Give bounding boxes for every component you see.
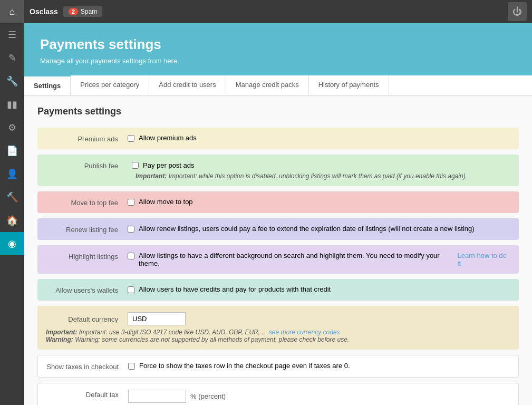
highlight-listings-label: Highlight listings <box>46 252 128 261</box>
see-more-currency-link[interactable]: see more currency codes <box>269 329 340 336</box>
move-to-top-content: Allow move to top <box>128 198 510 206</box>
sidebar-icon-tools[interactable]: 🔧 <box>0 70 24 93</box>
wallets-checkbox[interactable] <box>128 286 134 293</box>
tab-manage-credit-packs[interactable]: Manage credit packs <box>226 75 309 95</box>
move-to-top-checkbox[interactable] <box>128 199 134 206</box>
setting-show-taxes: Show taxes in checkout Force to show the… <box>37 355 519 378</box>
publish-fee-note: Important: Important: while this option … <box>46 172 467 180</box>
tab-settings[interactable]: Settings <box>24 75 71 95</box>
show-taxes-checkbox[interactable] <box>128 363 135 370</box>
sidebar: ⌂ ☰ ✎ 🔧 ▮▮ ⚙ 📄 👤 🔨 🏠 ◉ <box>0 0 24 405</box>
renew-listing-content: Allow renew listings, users could pay a … <box>128 225 510 233</box>
default-currency-input[interactable] <box>128 312 186 325</box>
sidebar-icon-user[interactable]: 👤 <box>0 162 24 186</box>
setting-default-tax: Default tax % (percent) <box>37 383 519 405</box>
header-banner: Payments settings Manage all your paymen… <box>24 23 532 75</box>
percent-label: % (percent) <box>190 392 226 400</box>
sidebar-icon-settings[interactable]: ⚙ <box>0 116 24 139</box>
default-tax-input[interactable] <box>128 390 186 403</box>
top-bar-left: Osclass 2 Spam <box>30 6 102 17</box>
page-header-title: Payments settings <box>40 36 516 53</box>
premium-ads-checkbox[interactable] <box>128 135 134 142</box>
tabs-bar: Settings Prices per category Add credit … <box>24 75 532 95</box>
move-to-top-checkbox-label: Allow move to top <box>139 198 193 206</box>
tab-add-credit-to-users[interactable]: Add credit to users <box>149 75 226 95</box>
highlight-learn-link[interactable]: Learn how to do it <box>458 252 510 267</box>
default-currency-label: Default currency <box>46 314 128 323</box>
sidebar-icon-chart[interactable]: ▮▮ <box>0 93 24 116</box>
currency-note-warning: Warning: Warning: some currencies are no… <box>46 336 349 343</box>
tab-history-of-payments[interactable]: History of payments <box>309 75 389 95</box>
setting-highlight-listings: Highlight listings Allow listings to hav… <box>37 245 519 274</box>
currency-notes: Important: Important: use 3-digit ISO 42… <box>46 329 349 343</box>
content-title: Payments settings <box>37 106 519 117</box>
wallets-checkbox-label: Allow users to have credits and pay for … <box>139 285 331 293</box>
power-button[interactable]: ⏻ <box>508 2 527 21</box>
premium-ads-checkbox-label: Allow premium ads <box>139 134 197 142</box>
default-tax-content: % (percent) <box>128 390 510 403</box>
spam-button[interactable]: 2 Spam <box>63 6 102 17</box>
page-header-subtitle: Manage all your payments settings from h… <box>40 57 516 65</box>
sidebar-icon-toggle[interactable]: ◉ <box>0 232 24 255</box>
sidebar-icon-edit[interactable]: ✎ <box>0 46 24 70</box>
currency-input-row: Default currency <box>46 312 186 325</box>
wallets-label: Allow users's wallets <box>46 285 128 294</box>
content-area: Payments settings Premium ads Allow prem… <box>24 95 532 405</box>
sidebar-icon-store[interactable]: 🏠 <box>0 209 24 232</box>
renew-listing-checkbox[interactable] <box>128 226 134 233</box>
publish-fee-label: Publish fee <box>46 161 128 170</box>
top-bar: Osclass 2 Spam ⏻ <box>24 0 532 23</box>
publish-fee-checkbox[interactable] <box>132 162 139 169</box>
sidebar-icon-document[interactable]: 📄 <box>0 139 24 162</box>
sidebar-icon-wrench[interactable]: 🔨 <box>0 186 24 209</box>
highlight-listings-checkbox[interactable] <box>128 253 134 259</box>
setting-renew-listing: Renew listing fee Allow renew listings, … <box>37 218 519 240</box>
show-taxes-label: Show taxes in checkout <box>46 362 128 371</box>
show-taxes-checkbox-label: Force to show the taxes row in the check… <box>139 362 350 370</box>
highlight-listings-content: Allow listings to have a different backg… <box>128 252 510 267</box>
wallets-content: Allow users to have credits and pay for … <box>128 285 510 293</box>
setting-default-currency: Default currency Important: Important: u… <box>37 306 519 350</box>
tab-prices-per-category[interactable]: Prices per category <box>71 75 149 95</box>
move-to-top-label: Move to top fee <box>46 198 128 207</box>
spam-badge: 2 <box>69 8 78 15</box>
renew-listing-checkbox-label: Allow renew listings, users could pay a … <box>139 225 475 233</box>
show-taxes-content: Force to show the taxes row in the check… <box>128 362 510 370</box>
premium-ads-content: Allow premium ads <box>128 134 510 142</box>
currency-note-important: Important: Important: use 3-digit ISO 42… <box>46 329 349 336</box>
sidebar-icon-home[interactable]: ⌂ <box>0 0 24 23</box>
setting-premium-ads: Premium ads Allow premium ads <box>37 128 519 149</box>
sidebar-icon-list[interactable]: ☰ <box>0 23 24 46</box>
default-tax-label: Default tax <box>46 390 128 399</box>
setting-wallets: Allow users's wallets Allow users to hav… <box>37 279 519 301</box>
renew-listing-label: Renew listing fee <box>46 225 128 234</box>
setting-move-to-top: Move to top fee Allow move to top <box>37 191 519 213</box>
publish-fee-top: Publish fee Pay per post ads <box>46 161 195 170</box>
app-title: Osclass <box>30 7 58 16</box>
highlight-listings-checkbox-label: Allow listings to have a different backg… <box>139 252 453 267</box>
premium-ads-label: Premium ads <box>46 134 128 143</box>
publish-fee-checkbox-label: Pay per post ads <box>143 161 195 169</box>
setting-publish-fee: Publish fee Pay per post ads Important: … <box>37 155 519 186</box>
main-area: Osclass 2 Spam ⏻ Payments settings Manag… <box>24 0 532 405</box>
spam-label: Spam <box>81 8 97 15</box>
